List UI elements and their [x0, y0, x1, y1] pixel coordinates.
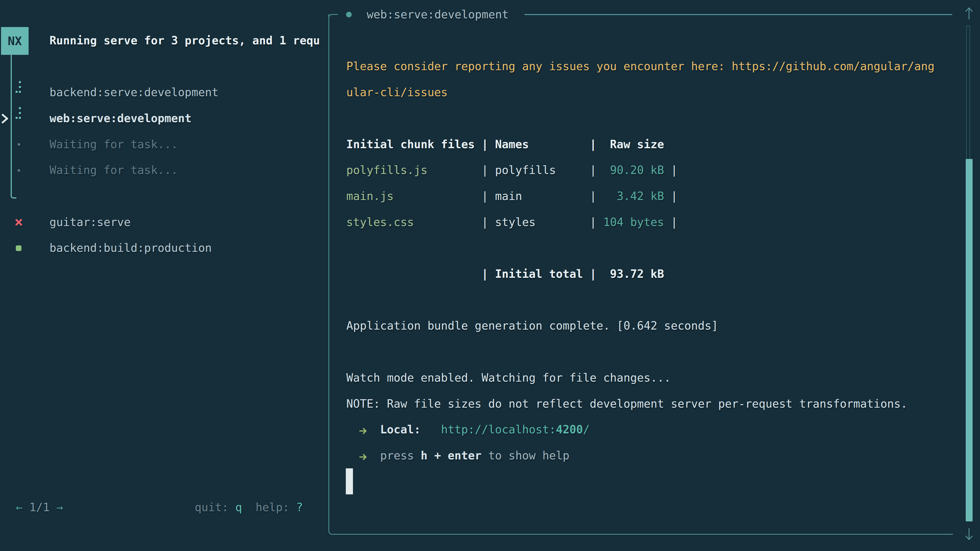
- quit-hint-key: q: [235, 501, 242, 514]
- task-row-backend-build[interactable]: backend:build:production: [49, 241, 212, 254]
- scrollbar-thumb[interactable]: [966, 159, 973, 521]
- keyboard-hints: quit: q help: ?: [195, 501, 303, 514]
- chunk-table-total-row: | Initial total | 93.72 kB: [346, 267, 664, 281]
- output-panel-title: web:serve:development: [367, 8, 509, 21]
- task-tree-line: [11, 55, 16, 198]
- scroll-down-icon[interactable]: [964, 527, 974, 541]
- local-url[interactable]: http://localhost:: [441, 423, 556, 436]
- chunk-table-row: main.js | main | 3.42 kB |: [346, 189, 678, 203]
- output-panel-border-corner: [328, 14, 338, 27]
- chunk-raw-size: 104 bytes: [603, 216, 664, 229]
- page-prev-arrow[interactable]: ←: [16, 501, 23, 514]
- task-row-backend-serve[interactable]: backend:serve:development: [49, 86, 218, 99]
- nx-logo-badge: NX: [1, 27, 29, 55]
- dot-icon: [18, 169, 20, 171]
- dot-icon: [18, 143, 20, 146]
- local-url-slash[interactable]: /: [583, 423, 590, 436]
- output-line-watch: Watch mode enabled. Watching for file ch…: [346, 371, 671, 384]
- page-indicator: 1/1: [29, 501, 49, 514]
- chunk-table-header: Initial chunk files | Names | Raw size: [346, 138, 664, 151]
- task-row-waiting-2[interactable]: Waiting for task...: [49, 164, 178, 177]
- task-row-guitar-serve[interactable]: guitar:serve: [49, 216, 130, 229]
- cross-icon: [15, 219, 22, 226]
- terminal-cursor: [346, 468, 353, 494]
- pagination: ← 1/1 →: [16, 501, 63, 514]
- help-keys: h + enter: [421, 449, 481, 462]
- chunk-file-name: polyfills.js: [346, 164, 428, 176]
- page-next-arrow[interactable]: →: [56, 501, 63, 514]
- output-line-local: Local: http://localhost:4200/: [346, 423, 590, 436]
- chunk-file-name: main.js: [346, 189, 393, 203]
- output-panel-border-top: [525, 14, 952, 15]
- square-icon: [16, 245, 21, 251]
- scroll-up-icon[interactable]: [964, 6, 974, 20]
- chunk-table-row: styles.css | styles | 104 bytes |: [346, 216, 678, 229]
- task-row-waiting-1[interactable]: Waiting for task...: [49, 138, 178, 151]
- chunk-file-name: styles.css: [346, 216, 414, 229]
- chunk-table-row: polyfills.js | polyfills | 90.20 kB |: [346, 164, 678, 177]
- chunk-raw-size: 3.42 kB: [617, 189, 664, 203]
- help-hint-key: ?: [296, 501, 303, 514]
- selected-caret-icon: [1, 114, 8, 124]
- local-url-port[interactable]: 4200: [556, 423, 583, 436]
- quit-hint-label: quit:: [195, 501, 235, 514]
- local-label: Local:: [380, 423, 421, 436]
- task-row-web-serve-selected[interactable]: web:serve:development: [49, 112, 191, 125]
- chunk-raw-size: 90.20 kB: [610, 164, 664, 176]
- output-line-issues-2: ular-cli/issues: [346, 86, 448, 99]
- output-line-complete: Application bundle generation complete. …: [346, 319, 718, 332]
- output-line-issues-1: Please consider reporting any issues you…: [346, 60, 935, 73]
- spinner-icon: [16, 80, 22, 94]
- help-hint-label: help:: [242, 501, 296, 514]
- output-line-note: NOTE: Raw file sizes do not reflect deve…: [346, 397, 907, 410]
- task-status-dot-icon: [346, 12, 352, 17]
- sidebar-title: Running serve for 3 projects, and 1 requ: [49, 34, 320, 47]
- spinner-icon: [16, 106, 22, 119]
- output-line-help: press h + enter to show help: [346, 449, 570, 462]
- nx-terminal-ui: NX Running serve for 3 projects, and 1 r…: [0, 0, 980, 551]
